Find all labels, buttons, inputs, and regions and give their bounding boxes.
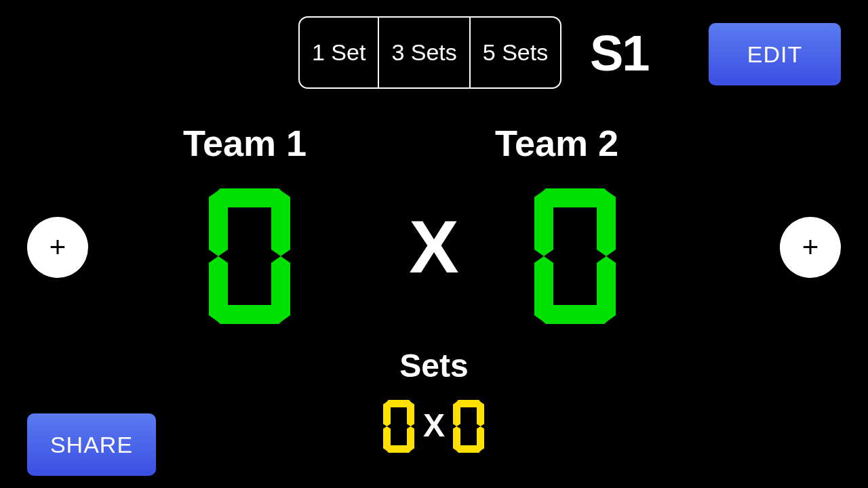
current-set-indicator: S1 (590, 24, 649, 82)
team1-name: Team 1 (183, 122, 307, 164)
sets-label: Sets (0, 347, 868, 384)
team2-score-digit: 0 (534, 188, 616, 324)
team2-name: Team 2 (495, 122, 618, 164)
sets-option-3[interactable]: 3 Sets (378, 18, 469, 87)
scoreboard-root: { "header": { "set_options": ["1 Set", "… (0, 0, 868, 488)
team2-sets-digit: 0 (453, 400, 484, 453)
edit-button[interactable]: EDIT (709, 23, 841, 85)
sets-selector: 1 Set 3 Sets 5 Sets (298, 16, 561, 89)
sets-option-1[interactable]: 1 Set (300, 18, 378, 87)
share-button[interactable]: SHARE (27, 413, 156, 476)
score-separator: X (0, 203, 868, 289)
sets-option-5[interactable]: 5 Sets (469, 18, 560, 87)
